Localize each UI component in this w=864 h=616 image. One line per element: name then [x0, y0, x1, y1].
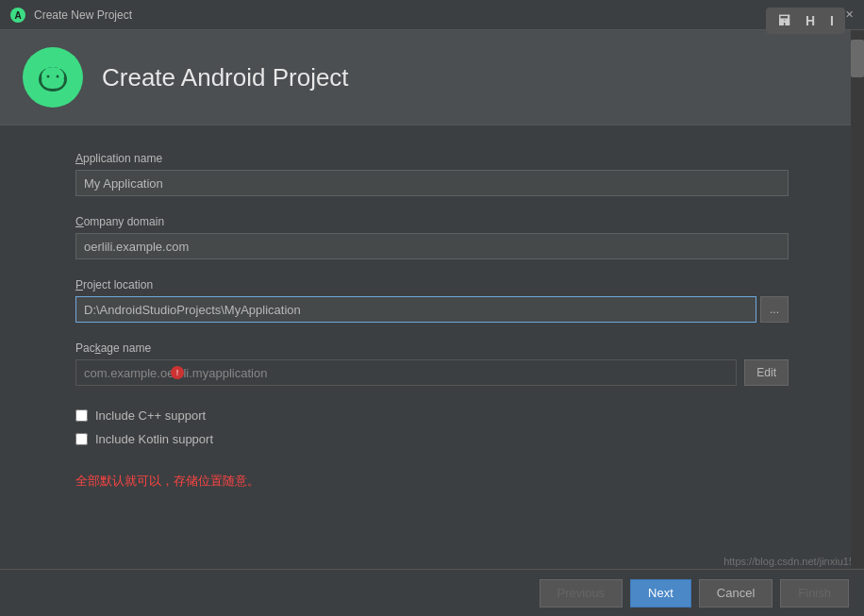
company-domain-input[interactable] — [75, 233, 789, 259]
project-location-input[interactable] — [75, 296, 756, 323]
application-name-label: Application name — [75, 152, 789, 165]
next-button[interactable]: Next — [630, 579, 691, 608]
scrollbar[interactable] — [851, 30, 864, 568]
dialog-footer: Previous Next Cancel Finish — [0, 569, 864, 616]
edit-package-button[interactable]: Edit — [744, 359, 789, 386]
cpp-support-checkbox[interactable] — [75, 409, 88, 422]
form-content: Application name Company domain Project … — [0, 125, 864, 516]
company-domain-label: Company domain — [75, 215, 789, 228]
kotlin-support-label: Include Kotlin support — [95, 432, 213, 446]
cpp-support-label: Include C++ support — [95, 408, 206, 423]
company-domain-field: Company domain — [75, 215, 789, 259]
package-name-row: com.example.oerlili.myapplication ! Edit — [75, 359, 789, 386]
package-name-display: com.example.oerlili.myapplication ! — [75, 359, 737, 386]
svg-text:A: A — [14, 10, 21, 21]
application-name-field: Application name — [75, 152, 789, 196]
h-toolbar-btn[interactable]: H — [802, 11, 819, 30]
project-location-label: Project location — [75, 278, 789, 291]
support-options: Include C++ support Include Kotlin suppo… — [75, 408, 789, 446]
dialog-header: Create Android Project — [0, 30, 864, 125]
floating-toolbar: 🖬 H I — [766, 8, 845, 34]
package-name-label: Package name — [75, 341, 789, 355]
cancel-button[interactable]: Cancel — [699, 579, 773, 608]
annotation-text: 全部默认就可以，存储位置随意。 — [75, 473, 789, 490]
svg-line-5 — [43, 64, 47, 69]
app-icon: A — [9, 7, 26, 24]
application-name-input[interactable] — [75, 170, 789, 196]
kotlin-support-checkbox[interactable] — [75, 433, 88, 445]
i-toolbar-btn[interactable]: I — [826, 11, 838, 30]
dialog-title: Create Android Project — [102, 63, 349, 92]
previous-button[interactable]: Previous — [540, 579, 623, 608]
save-toolbar-btn[interactable]: 🖬 — [773, 11, 794, 30]
scrollbar-thumb[interactable] — [851, 40, 864, 77]
title-bar-text: Create New Project — [34, 8, 132, 22]
svg-point-9 — [57, 75, 59, 78]
package-name-field: Package name com.example.oerlili.myappli… — [75, 341, 789, 386]
project-location-field: Project location ... — [75, 278, 789, 323]
browse-button[interactable]: ... — [760, 296, 789, 323]
cpp-support-checkbox-item[interactable]: Include C++ support — [75, 408, 789, 423]
kotlin-support-checkbox-item[interactable]: Include Kotlin support — [75, 432, 789, 446]
error-indicator: ! — [171, 366, 184, 379]
svg-point-7 — [42, 67, 64, 86]
title-bar: A Create New Project ✕ — [0, 0, 864, 30]
svg-line-6 — [58, 64, 62, 69]
watermark-text: https://blog.csdn.net/jinxiu15 — [723, 556, 855, 567]
finish-button[interactable]: Finish — [780, 579, 849, 608]
project-location-row: ... — [75, 296, 789, 323]
android-logo — [23, 47, 83, 108]
svg-point-8 — [47, 75, 50, 78]
